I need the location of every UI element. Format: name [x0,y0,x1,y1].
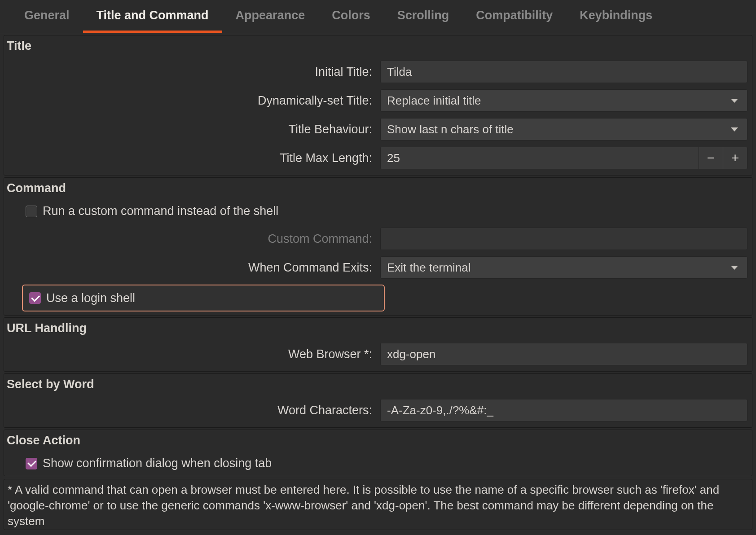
tab-colors[interactable]: Colors [318,0,384,33]
select-when-command-exits-value: Exit the terminal [387,261,470,275]
label-title-behaviour: Title Behaviour: [4,123,380,136]
section-title: Title Initial Title: Dynamically-set Tit… [4,35,752,175]
label-confirm-close: Show confirmation dialog when closing ta… [43,456,272,470]
tab-general[interactable]: General [11,0,83,33]
chevron-down-icon [731,266,738,270]
spin-increment-button[interactable]: + [723,147,747,169]
label-initial-title: Initial Title: [4,65,380,79]
section-command-heading: Command [4,178,752,200]
input-initial-title[interactable] [380,61,747,83]
section-close-heading: Close Action [4,430,752,452]
chevron-down-icon [731,99,738,103]
label-title-maxlen: Title Max Length: [4,151,380,165]
tab-keybindings[interactable]: Keybindings [566,0,666,33]
label-custom-command: Custom Command: [4,232,380,246]
section-select-by-word: Select by Word Word Characters: [4,373,752,428]
checkbox-confirm-close[interactable] [26,458,37,469]
select-dyn-title-value: Replace initial title [387,94,481,108]
tab-compatibility[interactable]: Compatibility [462,0,566,33]
tab-scrolling[interactable]: Scrolling [384,0,463,33]
section-close-action: Close Action Show confirmation dialog wh… [4,430,752,476]
section-url-handling: URL Handling Web Browser *: [4,317,752,372]
chevron-down-icon [731,127,738,132]
section-word-heading: Select by Word [4,374,752,396]
footnote: * A valid command that can open a browse… [4,479,752,530]
label-web-browser: Web Browser *: [4,347,380,361]
label-run-custom-command: Run a custom command instead of the shel… [43,204,278,218]
label-login-shell: Use a login shell [46,291,135,305]
spin-decrement-button[interactable]: − [699,147,723,169]
select-dyn-title[interactable]: Replace initial title [380,89,747,112]
section-title-heading: Title [4,35,752,57]
row-login-shell[interactable]: Use a login shell [22,285,385,311]
input-web-browser[interactable] [380,343,747,365]
select-title-behaviour-value: Show last n chars of title [387,123,514,136]
section-url-heading: URL Handling [4,318,752,340]
spin-title-maxlen-value: 25 [381,147,699,169]
tab-appearance[interactable]: Appearance [222,0,319,33]
section-command: Command Run a custom command instead of … [4,177,752,316]
input-custom-command [380,228,747,250]
checkbox-login-shell[interactable] [29,292,41,304]
select-when-command-exits[interactable]: Exit the terminal [380,256,747,279]
label-word-characters: Word Characters: [4,403,380,417]
input-word-characters[interactable] [380,399,747,421]
select-title-behaviour[interactable]: Show last n chars of title [380,118,747,140]
label-when-command-exits: When Command Exits: [4,261,380,275]
tabs-bar: General Title and Command Appearance Col… [0,0,756,33]
checkbox-run-custom-command[interactable] [26,206,37,217]
tab-title-and-command[interactable]: Title and Command [83,0,222,33]
spin-title-maxlen[interactable]: 25 − + [380,147,747,169]
label-dyn-title: Dynamically-set Title: [4,94,380,108]
